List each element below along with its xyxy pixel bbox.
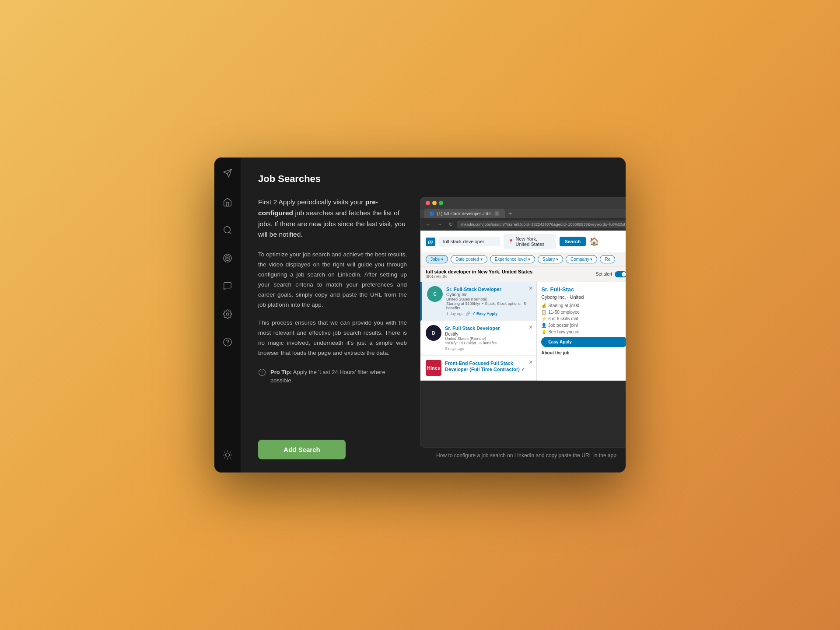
svg-line-13 xyxy=(224,452,225,452)
intro-paragraph: First 2 Apply periodically visits your p… xyxy=(258,197,407,240)
job-meta: 3 days ago xyxy=(445,346,531,351)
company-name: Cyborg Inc. xyxy=(446,292,531,297)
close-button[interactable] xyxy=(426,201,430,205)
send-icon xyxy=(223,168,232,180)
filter-jobs[interactable]: Jobs ▾ xyxy=(426,255,448,263)
bulb-icon: 💡 xyxy=(541,329,546,334)
new-tab-button[interactable]: + xyxy=(507,210,514,217)
sun-icon xyxy=(223,450,232,462)
info-icon xyxy=(258,368,266,378)
sidebar-item-target[interactable] xyxy=(220,251,235,267)
company-name: Destify xyxy=(445,332,531,336)
traffic-lights xyxy=(426,201,443,205)
forward-button[interactable]: → xyxy=(435,220,444,228)
job-info: Sr. Full-Stack Developer Cyborg Inc. Uni… xyxy=(446,286,531,316)
poster-icon: 👤 xyxy=(541,323,546,328)
company-logo-destify: D xyxy=(426,325,441,341)
filter-experience[interactable]: Experience level ▾ xyxy=(490,255,535,263)
browser-screenshot: 🔵 (1) full stack developer Jobs ✕ + ← → … xyxy=(420,197,626,448)
results-title: full stack developer in New York, United… xyxy=(426,269,532,279)
svg-point-5 xyxy=(225,256,230,261)
search-icon xyxy=(223,225,232,237)
linkedin-search-box[interactable]: full stack developer xyxy=(439,237,500,246)
svg-line-3 xyxy=(229,232,231,234)
job-location: United States (Remote) xyxy=(446,297,531,301)
linkedin-header: in full stack developer 📍 New York, Unit… xyxy=(420,231,626,252)
linkedin-job-list: C Sr. Full-Stack Developer Cyborg Inc. U… xyxy=(420,282,626,381)
table-row[interactable]: Hines Front-End Focused Full Stack Devel… xyxy=(420,356,536,381)
linkedin-job-detail: Sr. Full-Stac Cyborg Inc. · United 💰 Sta… xyxy=(537,282,626,381)
linkedin-home-icon[interactable]: 🏠 xyxy=(589,237,599,246)
svg-point-8 xyxy=(224,338,231,346)
filter-more[interactable]: Re xyxy=(600,255,615,263)
home-icon xyxy=(223,197,232,209)
sidebar-logo[interactable] xyxy=(220,166,235,182)
browser-titlebar xyxy=(420,197,626,209)
minimize-button[interactable] xyxy=(432,201,437,205)
job-title: Sr. Full Stack Developer xyxy=(445,325,531,331)
sidebar-item-settings[interactable] xyxy=(220,307,235,323)
back-button[interactable]: ← xyxy=(424,220,433,228)
sidebar-item-help[interactable] xyxy=(220,335,235,351)
pro-tip: Pro Tip: Apply the 'Last 24 Hours' filte… xyxy=(258,368,407,385)
app-window: Job Searches First 2 Apply periodically … xyxy=(214,158,626,472)
message-icon xyxy=(223,281,232,293)
company-logo-cyborg: C xyxy=(427,286,443,302)
refresh-button[interactable]: ↻ xyxy=(447,220,455,228)
table-row[interactable]: C Sr. Full-Stack Developer Cyborg Inc. U… xyxy=(420,282,536,321)
linkedin-logo: in xyxy=(426,238,435,246)
set-alert: Set alert xyxy=(596,271,626,277)
location-pin-icon: 📍 xyxy=(508,239,514,245)
easy-apply-button[interactable]: Easy Apply xyxy=(541,337,626,347)
about-job-label: About the job xyxy=(541,350,626,355)
job-dismiss-button[interactable]: ✕ xyxy=(528,359,533,365)
detail-company: Cyborg Inc. · United xyxy=(541,294,626,300)
maximize-button[interactable] xyxy=(439,201,443,205)
svg-point-10 xyxy=(225,453,229,457)
filter-company[interactable]: Company ▾ xyxy=(566,255,598,263)
sidebar-nav xyxy=(220,195,235,448)
job-location: United States (Remote) xyxy=(445,336,531,341)
salary-icon: 💰 xyxy=(541,303,546,308)
linkedin-search-button[interactable]: Search xyxy=(560,237,586,246)
skills-icon: ⚡ xyxy=(541,316,546,321)
job-dismiss-button[interactable]: ✕ xyxy=(528,324,533,330)
sidebar-item-search[interactable] xyxy=(220,223,235,239)
alert-toggle[interactable] xyxy=(615,271,626,277)
detail-skills: ⚡ 6 of 6 skills mat xyxy=(541,316,626,321)
filter-date-posted[interactable]: Date posted ▾ xyxy=(451,255,487,263)
screenshot-section: 🔵 (1) full stack developer Jobs ✕ + ← → … xyxy=(420,197,626,459)
company-logo-hines: Hines xyxy=(426,360,441,376)
browser-tab[interactable]: 🔵 (1) full stack developer Jobs ✕ xyxy=(424,209,505,218)
main-content: Job Searches First 2 Apply periodically … xyxy=(241,158,626,472)
detail-job-title: Sr. Full-Stac xyxy=(541,286,626,293)
address-bar-row: ← → ↻ linkedin.com/jobs/search/?currentJ… xyxy=(420,218,626,231)
address-bar[interactable]: linkedin.com/jobs/search/?currentJobId=3… xyxy=(457,220,626,228)
tab-favicon: 🔵 xyxy=(429,211,434,216)
detail-employees: 📋 11-50 employee xyxy=(541,310,626,315)
detail-see-how: 💡 See how you co xyxy=(541,329,626,334)
body-paragraph-1: To optimize your job search and achieve … xyxy=(258,250,407,310)
tab-close-button[interactable]: ✕ xyxy=(494,211,500,216)
sidebar-item-messages[interactable] xyxy=(220,279,235,295)
job-dismiss-button[interactable]: ✕ xyxy=(528,285,533,291)
linkedin-location[interactable]: 📍 New York, United States xyxy=(504,234,556,249)
pro-tip-text: Pro Tip: Apply the 'Last 24 Hours' filte… xyxy=(270,368,407,385)
linkedin-job-panel: C Sr. Full-Stack Developer Cyborg Inc. U… xyxy=(420,282,537,381)
job-salary: Starting at $100k/yr + Stock, Stock opti… xyxy=(446,301,531,310)
detail-poster: 👤 Job poster joini xyxy=(541,323,626,328)
job-info: Front-End Focused Full Stack Developer (… xyxy=(445,360,531,373)
filter-salary[interactable]: Salary ▾ xyxy=(538,255,563,263)
screenshot-caption: How to configure a job search on LinkedI… xyxy=(420,452,626,459)
page-title: Job Searches xyxy=(258,173,608,185)
sidebar-item-home[interactable] xyxy=(220,195,235,211)
employees-icon: 📋 xyxy=(541,310,546,315)
table-row[interactable]: D Sr. Full Stack Developer Destify Unite… xyxy=(420,321,536,355)
detail-salary: 💰 Starting at $100 xyxy=(541,303,626,308)
add-search-button[interactable]: Add Search xyxy=(258,440,346,459)
svg-point-4 xyxy=(224,254,231,262)
settings-icon xyxy=(223,309,232,321)
text-section: First 2 Apply periodically visits your p… xyxy=(258,197,407,459)
linkedin-filters: Jobs ▾ Date posted ▾ Experience level ▾ … xyxy=(420,252,626,266)
sidebar-item-theme[interactable] xyxy=(220,448,235,464)
